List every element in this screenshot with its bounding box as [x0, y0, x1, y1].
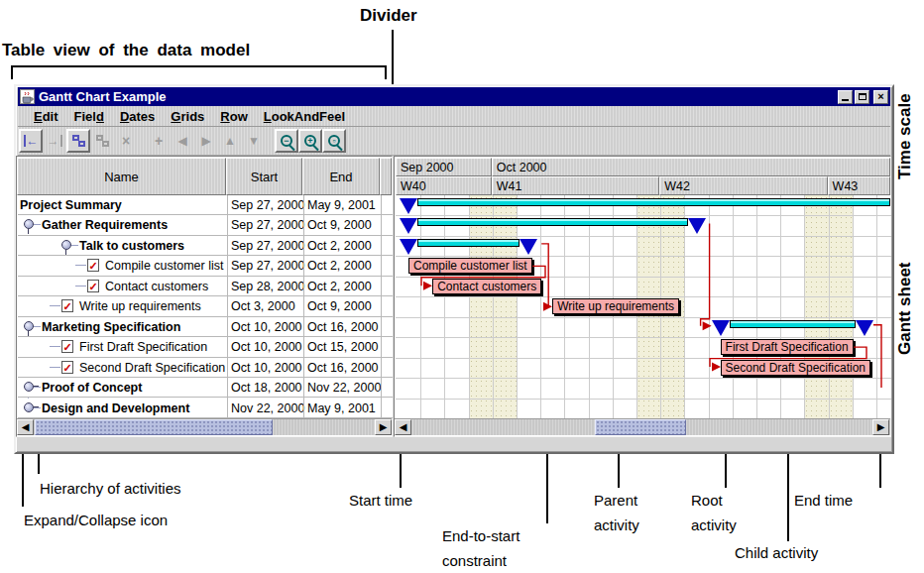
activity-checkbox-icon[interactable]: ✓ — [87, 280, 99, 292]
column-separator — [381, 195, 382, 418]
table-scrollbar-thumb[interactable] — [35, 419, 273, 435]
table-row[interactable]: Proof of ConceptOct 18, 2000Nov 22, 2000 — [18, 378, 393, 398]
move-right-button[interactable]: ▶ — [194, 129, 218, 153]
table-row[interactable]: Marketing SpecificationOct 10, 2000Oct 1… — [18, 317, 393, 337]
activity-name: Project Summary — [20, 198, 122, 212]
summary-activity-bar[interactable] — [417, 239, 520, 247]
move-left-button[interactable]: ◀ — [171, 129, 194, 153]
menu-item-row[interactable]: Row — [212, 107, 255, 126]
day-gridline — [804, 195, 805, 418]
delete-activity-button[interactable]: × — [114, 129, 138, 153]
start-marker-triangle[interactable] — [712, 320, 730, 336]
column-separator — [303, 195, 304, 418]
task-box[interactable]: Write up requirements — [552, 298, 679, 314]
activity-checkbox-icon[interactable]: ✓ — [61, 340, 73, 353]
indent-activity-button[interactable]: → — [43, 129, 66, 153]
activity-name: Talk to customers — [79, 239, 184, 253]
summary-activity-bar[interactable] — [730, 320, 856, 328]
annotated-gantt-screenshot: Table view of the data model Divider Hie… — [0, 0, 924, 573]
expanded-handle-icon[interactable] — [61, 240, 71, 250]
table-view-annotation: Table view of the data model — [2, 40, 250, 60]
expanded-handle-icon[interactable] — [24, 321, 34, 331]
start-marker-triangle[interactable] — [400, 218, 417, 234]
activity-start-date: Sep 28, 2000 — [231, 280, 304, 293]
gantt-scrollbar-thumb[interactable] — [595, 419, 686, 435]
activity-end-date: Oct 2, 2000 — [307, 280, 372, 293]
scroll-right-button[interactable]: ▶ — [375, 419, 392, 435]
collapsed-handle-icon[interactable] — [24, 402, 34, 412]
collapsed-handle-icon[interactable] — [24, 382, 34, 392]
task-box[interactable]: First Draft Specification — [721, 339, 854, 355]
menu-item-edit[interactable]: Edit — [26, 107, 66, 126]
day-gridline — [733, 195, 734, 418]
outdent-activity-button[interactable]: ← — [19, 129, 43, 153]
row-gridline — [396, 317, 891, 318]
menu-item-grids[interactable]: Grids — [163, 107, 212, 126]
task-box[interactable]: Contact customers — [432, 279, 541, 294]
column-header-name[interactable]: Name — [17, 158, 226, 195]
activity-name: Gather Requirements — [42, 218, 168, 232]
column-header-end[interactable]: End — [302, 158, 380, 195]
table-row[interactable]: ✓First Draft SpecificationOct 10, 2000Oc… — [18, 337, 393, 357]
constraint-arrowhead-icon — [423, 282, 432, 290]
activity-checkbox-icon[interactable]: ✓ — [61, 299, 73, 312]
table-row[interactable]: ✓Compile customer listSep 27, 2000Oct 2,… — [18, 256, 393, 276]
activity-checkbox-icon[interactable]: ✓ — [87, 259, 99, 272]
link-activities-button[interactable] — [66, 129, 90, 153]
unlink-activities-button[interactable] — [90, 129, 114, 153]
activity-checkbox-icon[interactable]: ✓ — [61, 361, 73, 374]
start-time-annotation: Start time — [349, 488, 412, 513]
day-gridline — [780, 195, 781, 418]
expanded-handle-icon[interactable] — [24, 219, 34, 229]
activity-end-date: Oct 2, 2000 — [307, 239, 372, 253]
table-row[interactable]: Project SummarySep 27, 2000May 9, 2001 — [18, 195, 393, 215]
table-row[interactable]: ✓Contact customersSep 28, 2000Oct 2, 200… — [18, 277, 393, 296]
column-header-start[interactable]: Start — [226, 158, 302, 195]
zoom-out-button[interactable]: − — [275, 129, 298, 153]
row-gridline — [396, 236, 891, 237]
end-marker-triangle[interactable] — [688, 218, 706, 234]
start-marker-triangle[interactable] — [400, 239, 417, 255]
scroll-left-button[interactable]: ◀ — [395, 419, 411, 435]
add-activity-button[interactable]: + — [147, 129, 171, 153]
table-row[interactable]: ✓Second Draft SpecificationOct 10, 2000O… — [18, 358, 393, 378]
tree-connector — [34, 407, 41, 408]
task-box[interactable]: Compile customer list — [408, 258, 532, 274]
move-up-button[interactable]: ▲ — [218, 129, 242, 153]
table-row[interactable]: ✓Write up requirementsOct 3, 2000Oct 9, … — [18, 296, 393, 316]
start-marker-triangle[interactable] — [400, 198, 417, 214]
table-view-bracket-left-tick — [11, 65, 13, 79]
task-box[interactable]: Second Draft Specification — [721, 360, 870, 376]
time-scale-annotation: Time scale — [895, 91, 915, 182]
tree-connector — [71, 245, 78, 246]
end-marker-triangle[interactable] — [856, 320, 873, 336]
maximize-button[interactable] — [855, 90, 869, 104]
activity-end-date: Oct 9, 2000 — [307, 299, 372, 313]
move-down-button[interactable]: ▼ — [242, 129, 266, 153]
scroll-right-button[interactable]: ▶ — [872, 419, 889, 435]
arrow-up-icon: ▲ — [224, 135, 236, 147]
table-row[interactable]: Gather RequirementsSep 27, 2000Oct 9, 20… — [18, 215, 393, 235]
zoom-in-button[interactable]: + — [298, 129, 322, 153]
close-button[interactable]: × — [873, 90, 888, 104]
close-icon: × — [877, 91, 883, 102]
table-row[interactable]: Design and DevelopmentNov 22, 2000May 9,… — [18, 399, 393, 418]
menu-item-lookandfeel[interactable]: LookAndFeel — [256, 107, 353, 126]
magnifier-plus-icon: + — [304, 135, 316, 147]
gantt-horizontal-scrollbar[interactable]: ◀ ▶ — [395, 418, 890, 435]
table-horizontal-scrollbar[interactable]: ◀ ▶ — [17, 418, 392, 435]
menu-item-field[interactable]: Field — [66, 107, 112, 126]
unlink-pair-icon — [96, 135, 109, 147]
menu-item-dates[interactable]: Dates — [112, 107, 163, 126]
table-row[interactable]: Talk to customersSep 27, 2000Oct 2, 2000 — [18, 236, 393, 256]
summary-activity-bar[interactable] — [417, 218, 688, 226]
minimize-button[interactable] — [838, 90, 853, 104]
zoom-fit-button[interactable]: ▫ — [322, 129, 346, 153]
arrow-down-icon: ▼ — [248, 135, 260, 147]
summary-activity-bar[interactable] — [417, 198, 890, 206]
end-marker-triangle[interactable] — [520, 239, 537, 255]
row-gridline — [396, 358, 891, 359]
scroll-left-button[interactable]: ◀ — [17, 419, 34, 435]
gantt-panel: Sep 2000Oct 2000 W40W41W42W43 Compile cu… — [394, 156, 891, 437]
title-bar[interactable]: Gantt Chart Example × — [18, 87, 890, 106]
